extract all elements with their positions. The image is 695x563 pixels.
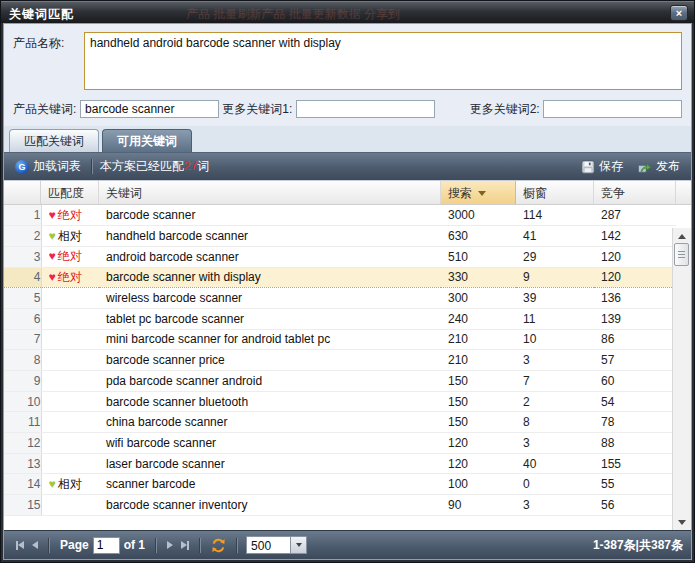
search-volume-cell: 120: [441, 453, 516, 474]
table-row[interactable]: 6 tablet pc barcode scanner 240 11 139: [4, 308, 676, 329]
dialog-body: 产品名称: handheld android barcode scanner w…: [3, 23, 692, 560]
column-header-keyword[interactable]: 关键词: [99, 181, 441, 204]
table-row[interactable]: 12 wifi barcode scanner 120 3 88: [4, 433, 676, 454]
compete-cell: 287: [594, 205, 676, 226]
column-header-showcase[interactable]: 橱窗: [516, 181, 594, 204]
grid-toolbar: G 加载词表 本方案已经匹配27词 保存: [4, 152, 691, 180]
showcase-cell: 41: [516, 226, 594, 247]
product-name-textarea[interactable]: handheld android barcode scanner with di…: [84, 32, 682, 90]
product-keyword-label: 产品关键词:: [13, 101, 76, 118]
column-header-search[interactable]: 搜索: [441, 181, 516, 204]
column-header-spacer: [676, 181, 691, 204]
heart-icon: ♥: [49, 208, 56, 222]
search-volume-cell: 90: [441, 495, 516, 516]
save-button[interactable]: 保存: [578, 156, 626, 177]
table-row[interactable]: 2 ♥相对 handheld barcode scanner 630 41 14…: [4, 226, 676, 247]
scroll-up-button[interactable]: [673, 228, 691, 244]
paging-toolbar: Page of 1 500 1-387条|共387条: [4, 530, 691, 559]
table-row[interactable]: 9 pda barcode scanner android 150 7 60: [4, 371, 676, 392]
first-page-button[interactable]: [12, 541, 28, 550]
keyword-cell: handheld barcode scanner: [99, 226, 441, 247]
row-number-cell: 15: [4, 495, 41, 516]
page-label: Page: [60, 538, 89, 552]
save-icon: [581, 160, 595, 174]
row-number-cell: 6: [4, 308, 41, 329]
heart-icon: ♥: [49, 477, 56, 491]
row-number-cell: 13: [4, 453, 41, 474]
showcase-cell: 11: [516, 308, 594, 329]
tab-matched-keywords[interactable]: 匹配关键词: [9, 129, 99, 152]
row-number-cell: 12: [4, 433, 41, 454]
grid-body: 1 ♥绝对 barcode scanner 3000 114 287 2 ♥相对…: [4, 205, 691, 530]
scrollbar-thumb[interactable]: [674, 243, 689, 266]
table-row[interactable]: 5 wireless barcode scanner 300 39 136: [4, 288, 676, 309]
heart-icon: ♥: [49, 249, 56, 263]
keyword-cell: scanner barcode: [99, 474, 441, 495]
close-button[interactable]: ×: [670, 5, 688, 21]
toolbar-separator: [91, 159, 93, 174]
search-volume-cell: 150: [441, 412, 516, 433]
heart-icon: ♥: [49, 270, 56, 284]
table-row[interactable]: 14 ♥相对 scanner barcode 100 0 55: [4, 474, 676, 495]
keyword-cell: barcode scanner: [99, 205, 441, 226]
publish-button[interactable]: 发布: [634, 156, 683, 177]
showcase-cell: 114: [516, 205, 594, 226]
table-row[interactable]: 1 ♥绝对 barcode scanner 3000 114 287: [4, 205, 676, 226]
keyword-cell: wireless barcode scanner: [99, 288, 441, 309]
keyword-cell: china barcode scanner: [99, 412, 441, 433]
paging-separator: [48, 538, 50, 553]
table-row[interactable]: 10 barcode scanner bluetooth 150 2 54: [4, 391, 676, 412]
more-keyword2-input[interactable]: [543, 100, 682, 118]
match-degree-cell: ♥绝对: [41, 267, 99, 288]
table-row[interactable]: 4 ♥绝对 barcode scanner with display 330 9…: [4, 267, 676, 288]
product-keyword-input[interactable]: [80, 100, 219, 118]
match-degree-cell: [41, 433, 99, 454]
column-header-compete[interactable]: 竞争: [594, 181, 676, 204]
tab-available-keywords[interactable]: 可用关键词: [102, 129, 192, 152]
keyword-cell: wifi barcode scanner: [99, 433, 441, 454]
more-keyword1-input[interactable]: [296, 100, 435, 118]
compete-cell: 139: [594, 308, 676, 329]
search-volume-cell: 150: [441, 371, 516, 392]
combo-dropdown-button[interactable]: [290, 536, 307, 554]
showcase-cell: 2: [516, 391, 594, 412]
page-size-combo[interactable]: 500: [246, 536, 307, 554]
row-number-cell: 3: [4, 246, 41, 267]
table-row[interactable]: 7 mini barcode scanner for android table…: [4, 329, 676, 350]
load-wordlist-button[interactable]: G 加载词表: [12, 156, 84, 177]
table-row[interactable]: 13 laser barcode scanner 120 40 155: [4, 453, 676, 474]
compete-cell: 56: [594, 495, 676, 516]
last-page-button[interactable]: [177, 541, 193, 550]
compete-cell: 120: [594, 267, 676, 288]
search-volume-cell: 240: [441, 308, 516, 329]
table-row[interactable]: 3 ♥绝对 android barcode scanner 510 29 120: [4, 246, 676, 267]
showcase-cell: 3: [516, 350, 594, 371]
table-row[interactable]: 15 barcode scanner inventory 90 3 56: [4, 495, 676, 516]
product-form: 产品名称: handheld android barcode scanner w…: [4, 24, 691, 126]
page-number-input[interactable]: [93, 537, 120, 554]
table-row[interactable]: 8 barcode scanner price 210 3 57: [4, 350, 676, 371]
vertical-scrollbar[interactable]: [672, 228, 691, 530]
refresh-button[interactable]: [207, 538, 230, 553]
prev-page-button[interactable]: [28, 541, 42, 549]
showcase-cell: 40: [516, 453, 594, 474]
column-header-match[interactable]: 匹配度: [41, 181, 99, 204]
product-name-label: 产品名称:: [13, 32, 84, 90]
scroll-down-button[interactable]: [673, 514, 691, 530]
match-degree-cell: [41, 453, 99, 474]
row-number-cell: 4: [4, 267, 41, 288]
compete-cell: 120: [594, 246, 676, 267]
publish-icon: [637, 160, 652, 174]
compete-cell: 88: [594, 433, 676, 454]
showcase-cell: 7: [516, 371, 594, 392]
row-number-cell: 1: [4, 205, 41, 226]
compete-cell: 60: [594, 371, 676, 392]
compete-cell: 86: [594, 329, 676, 350]
table-row[interactable]: 11 china barcode scanner 150 8 78: [4, 412, 676, 433]
match-degree-cell: ♥绝对: [41, 205, 99, 226]
keyword-cell: laser barcode scanner: [99, 453, 441, 474]
keyword-cell: barcode scanner price: [99, 350, 441, 371]
match-degree-cell: [41, 391, 99, 412]
next-page-button[interactable]: [163, 541, 177, 549]
chevron-down-icon: [296, 543, 302, 547]
